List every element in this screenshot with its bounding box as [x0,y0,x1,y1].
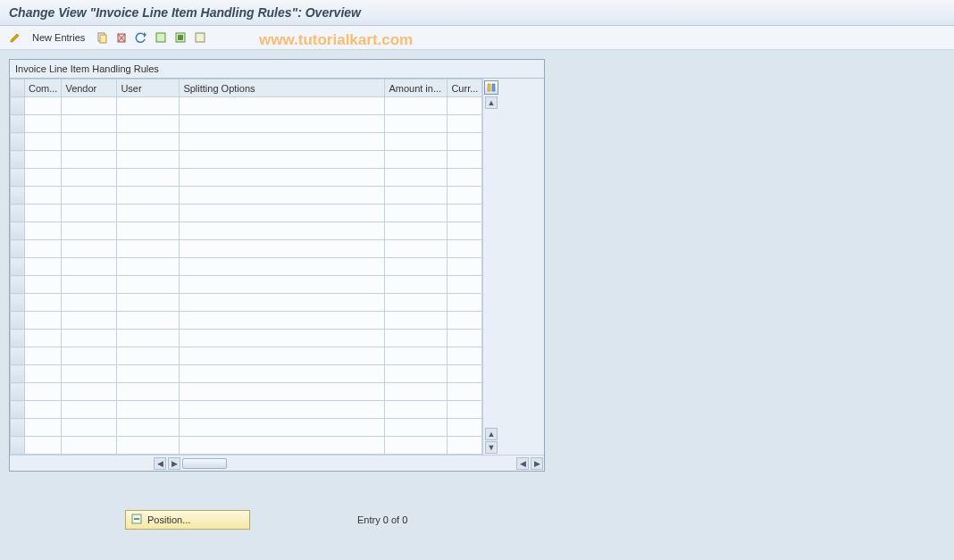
cell-vendor[interactable] [62,187,117,205]
cell-vendor[interactable] [62,169,117,187]
cell-currency[interactable] [448,437,482,455]
cell-amount[interactable] [385,294,448,312]
table-row[interactable] [11,240,482,258]
cell-user[interactable] [117,383,180,401]
cell-amount[interactable] [385,347,448,365]
cell-amount[interactable] [385,222,448,240]
cell-company[interactable] [25,276,62,294]
cell-splitting[interactable] [180,401,385,419]
cell-user[interactable] [117,258,180,276]
row-selector[interactable] [11,240,25,258]
table-row[interactable] [11,151,482,169]
col-splitting[interactable]: Splitting Options [180,79,385,97]
cell-amount[interactable] [385,437,448,455]
select-all-icon[interactable] [153,29,169,46]
cell-vendor[interactable] [62,383,117,401]
cell-company[interactable] [25,347,62,365]
cell-company[interactable] [25,437,62,455]
cell-company[interactable] [25,205,62,222]
deselect-all-icon[interactable] [192,29,208,46]
cell-user[interactable] [117,347,180,365]
cell-vendor[interactable] [62,151,117,169]
cell-splitting[interactable] [180,187,385,205]
cell-vendor[interactable] [62,222,117,240]
position-button[interactable]: Position... [125,510,250,530]
cell-vendor[interactable] [62,294,117,312]
cell-splitting[interactable] [180,258,385,276]
cell-splitting[interactable] [180,276,385,294]
cell-vendor[interactable] [62,347,117,365]
cell-amount[interactable] [385,205,448,222]
cell-company[interactable] [25,115,62,133]
row-selector[interactable] [11,187,25,205]
table-row[interactable] [11,419,482,437]
cell-currency[interactable] [448,294,482,312]
cell-company[interactable] [25,187,62,205]
hscroll-prev-icon[interactable]: ▶ [168,457,180,470]
cell-amount[interactable] [385,365,448,383]
cell-user[interactable] [117,401,180,419]
undo-icon[interactable] [133,29,149,46]
cell-company[interactable] [25,258,62,276]
row-selector[interactable] [11,115,25,133]
cell-user[interactable] [117,276,180,294]
cell-user[interactable] [117,169,180,187]
cell-amount[interactable] [385,419,448,437]
cell-amount[interactable] [385,169,448,187]
cell-currency[interactable] [448,419,482,437]
cell-vendor[interactable] [62,276,117,294]
scroll-up2-icon[interactable]: ▲ [485,428,498,440]
cell-amount[interactable] [385,312,448,330]
cell-splitting[interactable] [180,347,385,365]
hscroll-next-icon[interactable]: ◀ [516,457,529,470]
new-entries-button[interactable]: New Entries [27,30,90,45]
col-amount[interactable]: Amount in... [385,79,448,97]
cell-user[interactable] [117,187,180,205]
cell-splitting[interactable] [180,419,385,437]
cell-user[interactable] [117,151,180,169]
cell-company[interactable] [25,240,62,258]
cell-vendor[interactable] [62,312,117,330]
cell-company[interactable] [25,97,62,115]
table-row[interactable] [11,401,482,419]
row-selector[interactable] [11,97,25,115]
cell-splitting[interactable] [180,240,385,258]
cell-vendor[interactable] [62,97,117,115]
cell-amount[interactable] [385,151,448,169]
cell-user[interactable] [117,240,180,258]
cell-company[interactable] [25,169,62,187]
table-row[interactable] [11,330,482,347]
cell-splitting[interactable] [180,330,385,347]
cell-user[interactable] [117,294,180,312]
row-selector[interactable] [11,169,25,187]
cell-vendor[interactable] [62,330,117,347]
table-row[interactable] [11,258,482,276]
row-selector[interactable] [11,419,25,437]
cell-splitting[interactable] [180,312,385,330]
cell-company[interactable] [25,401,62,419]
row-selector[interactable] [11,133,25,151]
row-selector[interactable] [11,222,25,240]
table-row[interactable] [11,312,482,330]
col-company[interactable]: Com... [25,79,62,97]
select-block-icon[interactable] [172,29,188,46]
cell-user[interactable] [117,133,180,151]
copy-as-icon[interactable] [94,29,110,46]
cell-currency[interactable] [448,347,482,365]
row-selector[interactable] [11,365,25,383]
cell-user[interactable] [117,437,180,455]
cell-currency[interactable] [448,115,482,133]
cell-currency[interactable] [448,383,482,401]
cell-company[interactable] [25,419,62,437]
cell-splitting[interactable] [180,437,385,455]
row-selector[interactable] [11,401,25,419]
cell-vendor[interactable] [62,133,117,151]
table-row[interactable] [11,205,482,222]
hscroll-last-icon[interactable]: ▶ [531,457,543,470]
cell-user[interactable] [117,419,180,437]
cell-currency[interactable] [448,401,482,419]
table-row[interactable] [11,222,482,240]
cell-amount[interactable] [385,276,448,294]
cell-amount[interactable] [385,258,448,276]
cell-currency[interactable] [448,365,482,383]
